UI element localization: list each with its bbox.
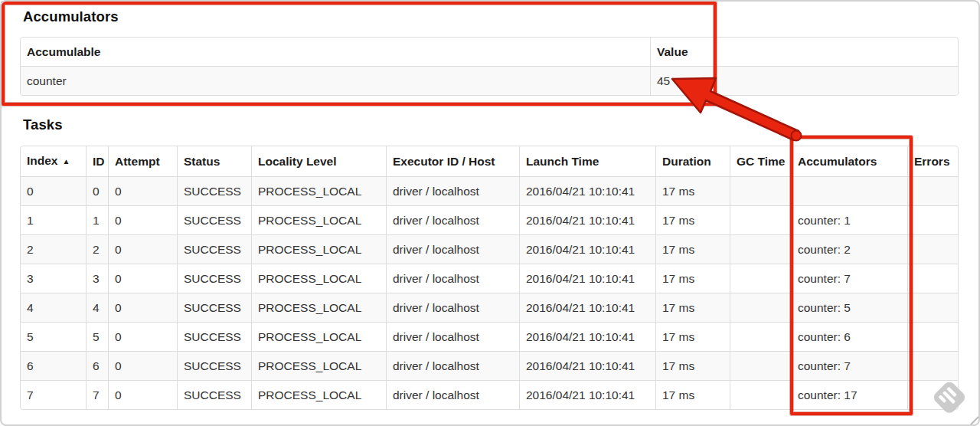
table-cell: 0 (108, 293, 177, 322)
table-cell: SUCCESS (177, 205, 251, 234)
table-cell (907, 322, 958, 351)
resize-grip-icon (965, 412, 980, 426)
column-header-id[interactable]: ID (86, 146, 108, 176)
column-header-accumulable: Accumulable (21, 38, 650, 66)
table-row: 660SUCCESSPROCESS_LOCALdriver / localhos… (21, 351, 958, 380)
table-cell: 2 (86, 234, 108, 264)
table-cell: 17 ms (655, 176, 730, 205)
table-cell: 17 ms (655, 351, 730, 380)
column-header-gc-time[interactable]: GC Time (730, 146, 791, 176)
table-cell: PROCESS_LOCAL (251, 264, 386, 293)
annotation-arrow-tail (792, 131, 802, 141)
table-cell (791, 176, 907, 205)
table-cell: PROCESS_LOCAL (251, 205, 386, 234)
table-cell: driver / localhost (386, 322, 519, 351)
tasks-section-title: Tasks (23, 116, 63, 133)
table-cell (730, 293, 791, 322)
column-header-status[interactable]: Status (177, 146, 251, 176)
table-cell: SUCCESS (177, 380, 251, 409)
table-cell (730, 234, 791, 264)
table-cell: counter: 2 (791, 234, 907, 264)
table-cell: 3 (21, 264, 86, 293)
table-cell: counter: 7 (791, 264, 907, 293)
table-cell (730, 380, 791, 409)
table-cell: counter: 17 (791, 380, 907, 409)
table-cell (907, 234, 958, 264)
table-cell: 17 ms (655, 264, 730, 293)
table-cell: driver / localhost (386, 264, 519, 293)
table-cell (907, 380, 958, 409)
table-cell (907, 264, 958, 293)
table-cell: 0 (21, 176, 86, 205)
table-cell: SUCCESS (177, 293, 251, 322)
table-row: 000SUCCESSPROCESS_LOCALdriver / localhos… (21, 176, 958, 205)
table-cell: 17 ms (655, 380, 730, 409)
table-cell: 0 (108, 205, 177, 234)
accumulators-header-row: Accumulable Value (21, 38, 958, 66)
table-row: 770SUCCESSPROCESS_LOCALdriver / localhos… (21, 380, 958, 409)
table-cell: 6 (86, 351, 108, 380)
column-header-value: Value (650, 38, 958, 66)
table-cell: 17 ms (655, 234, 730, 264)
tasks-table: Index▲ ID Attempt Status Locality Level … (20, 146, 959, 410)
table-cell: counter: 6 (791, 322, 907, 351)
table-cell: SUCCESS (177, 351, 251, 380)
table-cell: counter: 5 (791, 293, 907, 322)
table-row: 550SUCCESSPROCESS_LOCALdriver / localhos… (21, 322, 958, 351)
table-cell (730, 205, 791, 234)
column-header-executor-id-host[interactable]: Executor ID / Host (386, 146, 519, 176)
column-header-errors[interactable]: Errors (907, 146, 958, 176)
column-header-accumulators[interactable]: Accumulators (791, 146, 907, 176)
table-cell: 0 (108, 234, 177, 264)
accumulators-table: Accumulable Value counter45 (20, 37, 959, 96)
table-row: 220SUCCESSPROCESS_LOCALdriver / localhos… (21, 234, 958, 264)
table-cell (730, 351, 791, 380)
table-cell: 1 (21, 205, 86, 234)
table-row: 330SUCCESSPROCESS_LOCALdriver / localhos… (21, 264, 958, 293)
table-cell: 4 (86, 293, 108, 322)
column-header-launch-time[interactable]: Launch Time (519, 146, 655, 176)
table-cell (730, 322, 791, 351)
table-cell: 2016/04/21 10:10:41 (519, 380, 655, 409)
table-cell (730, 264, 791, 293)
table-cell: SUCCESS (177, 322, 251, 351)
table-cell: 0 (108, 176, 177, 205)
table-cell (907, 205, 958, 234)
table-cell (907, 351, 958, 380)
table-cell: 2016/04/21 10:10:41 (519, 234, 655, 264)
table-cell: driver / localhost (386, 234, 519, 264)
table-cell: PROCESS_LOCAL (251, 234, 386, 264)
table-cell: PROCESS_LOCAL (251, 176, 386, 205)
column-header-duration[interactable]: Duration (655, 146, 730, 176)
table-cell (907, 176, 958, 205)
table-cell: PROCESS_LOCAL (251, 322, 386, 351)
table-cell: 0 (108, 322, 177, 351)
table-cell: 3 (86, 264, 108, 293)
table-row: 110SUCCESSPROCESS_LOCALdriver / localhos… (21, 205, 958, 234)
table-cell: 0 (108, 380, 177, 409)
table-cell: driver / localhost (386, 293, 519, 322)
column-header-locality-level[interactable]: Locality Level (251, 146, 386, 176)
tasks-header-row: Index▲ ID Attempt Status Locality Level … (21, 146, 958, 176)
table-cell: PROCESS_LOCAL (251, 293, 386, 322)
column-header-index[interactable]: Index▲ (21, 146, 86, 176)
table-cell: 45 (650, 66, 958, 95)
accumulators-section-title: Accumulators (23, 8, 119, 25)
table-cell: 2 (21, 234, 86, 264)
table-cell: PROCESS_LOCAL (251, 351, 386, 380)
table-cell: counter (21, 66, 650, 95)
table-row: counter45 (21, 66, 958, 95)
table-cell: 7 (86, 380, 108, 409)
table-cell: 0 (86, 176, 108, 205)
table-cell: driver / localhost (386, 380, 519, 409)
table-cell: SUCCESS (177, 264, 251, 293)
sort-ascending-icon: ▲ (62, 157, 70, 165)
table-cell: 5 (21, 322, 86, 351)
table-cell: 5 (86, 322, 108, 351)
table-cell: 2016/04/21 10:10:41 (519, 264, 655, 293)
table-cell: driver / localhost (386, 205, 519, 234)
table-cell: 0 (108, 264, 177, 293)
table-cell: 2016/04/21 10:10:41 (519, 293, 655, 322)
column-header-attempt[interactable]: Attempt (108, 146, 177, 176)
table-cell (907, 293, 958, 322)
